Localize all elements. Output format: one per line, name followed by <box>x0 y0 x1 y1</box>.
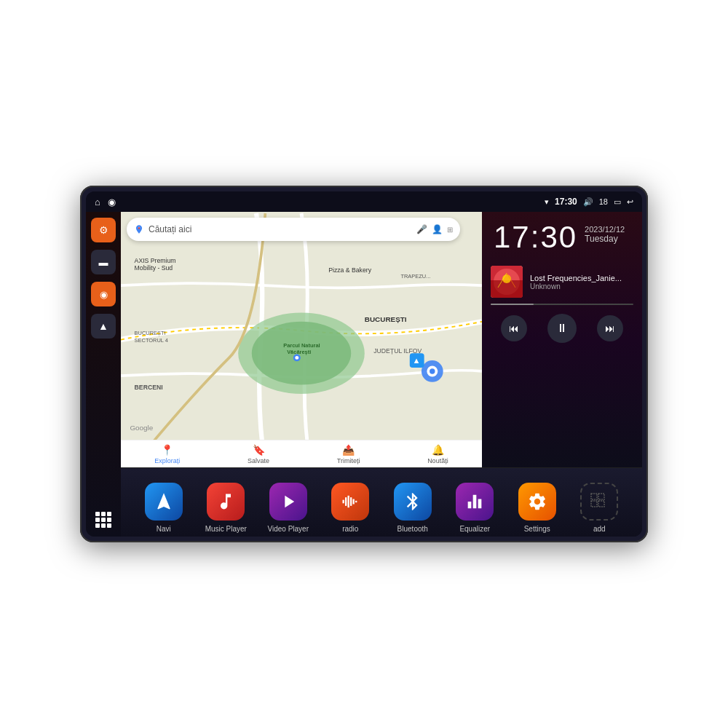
settings-icon: ⚙ <box>99 224 108 236</box>
map-nav-explore[interactable]: 📍 Explorați <box>154 444 180 464</box>
svg-rect-32 <box>350 497 352 506</box>
equalizer-icon <box>464 491 485 512</box>
map-svg: Parcul Natural Văcărești AXIS Premium Mo… <box>121 212 482 467</box>
svg-text:▲: ▲ <box>413 356 421 365</box>
center-area: Căutați aici 🎤 👤 ⊞ <box>121 212 642 537</box>
app-add[interactable]: add <box>574 483 625 533</box>
clock-day: Tuesday <box>585 234 625 244</box>
svg-rect-31 <box>348 496 349 507</box>
volume-icon: 🔊 <box>583 197 593 207</box>
grid-btn[interactable] <box>95 512 111 528</box>
svg-text:Văcărești: Văcărești <box>287 349 311 355</box>
battery-icon: ▭ <box>614 197 621 207</box>
send-label: Trimiteți <box>337 457 360 464</box>
device-outer: ⌂ ◉ ▾ 17:30 🔊 18 ▭ ↩ ⚙ ▬ <box>80 186 648 542</box>
home-icon[interactable]: ⌂ <box>95 197 100 207</box>
navi-icon-bg <box>145 483 183 521</box>
app-music-player[interactable]: Music Player <box>200 483 251 533</box>
main-content: ⚙ ▬ ◉ ▲ <box>86 212 642 537</box>
map-icon: ◉ <box>100 289 108 300</box>
map-panel[interactable]: Căutați aici 🎤 👤 ⊞ <box>121 212 482 467</box>
add-label: add <box>593 525 606 533</box>
music-icon <box>215 491 236 512</box>
music-player-label: Music Player <box>205 525 247 533</box>
svg-rect-36 <box>598 494 604 499</box>
radio-icon-bg <box>331 483 369 521</box>
pause-button[interactable]: ⏸ <box>547 314 577 343</box>
svg-text:Pizza & Bakery: Pizza & Bakery <box>328 266 371 274</box>
equalizer-label: Equalizer <box>459 525 490 533</box>
status-left: ⌂ ◉ <box>95 197 116 207</box>
app-navi[interactable]: Navi <box>138 483 189 533</box>
sidebar-navi-btn[interactable]: ▲ <box>91 314 116 339</box>
top-panels: Căutați aici 🎤 👤 ⊞ <box>121 212 642 467</box>
music-section: Lost Frequencies_Janie... Unknown ⏮ ⏸ ⏭ <box>482 260 642 467</box>
svg-rect-30 <box>345 497 347 506</box>
location-icon[interactable]: ◉ <box>108 197 116 207</box>
sidebar-settings-btn[interactable]: ⚙ <box>91 218 116 242</box>
map-search-bar[interactable]: Căutați aici 🎤 👤 ⊞ <box>127 218 460 241</box>
dot <box>107 518 111 522</box>
music-progress-bar[interactable] <box>491 304 633 305</box>
dot <box>107 512 111 516</box>
wifi-icon: ▾ <box>545 197 549 207</box>
app-equalizer[interactable]: Equalizer <box>449 483 500 533</box>
dot <box>107 523 111 528</box>
svg-point-7 <box>295 356 298 360</box>
svg-rect-33 <box>353 499 355 505</box>
svg-text:BERCENI: BERCENI <box>135 384 163 391</box>
profile-icon[interactable]: 👤 <box>432 224 443 234</box>
svg-text:TRAPEZU...: TRAPEZU... <box>400 273 430 280</box>
svg-text:Mobility - Sud: Mobility - Sud <box>135 264 173 272</box>
map-nav-saved[interactable]: 🔖 Salvate <box>248 444 269 464</box>
map-layers-icon[interactable]: ⊞ <box>447 226 453 234</box>
settings-icon-bg <box>518 483 556 521</box>
music-controls: ⏮ ⏸ ⏭ <box>491 311 633 346</box>
map-search-placeholder: Căutați aici <box>149 224 412 234</box>
sidebar-map-btn[interactable]: ◉ <box>91 282 116 306</box>
radio-icon <box>340 491 360 512</box>
svg-text:BUCUREȘTI: BUCUREȘTI <box>135 330 166 336</box>
map-nav-send[interactable]: 📤 Trimiteți <box>337 444 360 464</box>
status-bar: ⌂ ◉ ▾ 17:30 🔊 18 ▭ ↩ <box>86 191 642 212</box>
send-icon: 📤 <box>342 444 355 456</box>
dot <box>95 518 100 522</box>
album-art <box>491 266 523 298</box>
map-nav-news[interactable]: 🔔 Noutăți <box>427 444 448 464</box>
dot <box>101 518 106 522</box>
dot <box>95 523 100 528</box>
status-right: ▾ 17:30 🔊 18 ▭ ↩ <box>545 197 633 207</box>
app-video-player[interactable]: Video Player <box>263 483 314 533</box>
news-icon: 🔔 <box>432 444 444 456</box>
svg-rect-37 <box>591 501 597 507</box>
bluetooth-icon <box>403 491 423 512</box>
google-maps-icon <box>134 224 144 234</box>
sidebar: ⚙ ▬ ◉ ▲ <box>86 212 121 537</box>
grid-section <box>95 346 111 531</box>
settings-label: Settings <box>524 525 550 533</box>
saved-icon: 🔖 <box>253 444 265 456</box>
music-icon-bg <box>207 483 245 521</box>
navi-icon <box>154 491 174 512</box>
prev-button[interactable]: ⏮ <box>501 315 527 341</box>
svg-text:BUCUREȘTI: BUCUREȘTI <box>365 315 407 323</box>
battery-level: 18 <box>599 197 608 206</box>
album-art-svg <box>491 266 523 298</box>
clock-time: 17:30 <box>494 222 577 253</box>
mic-icon[interactable]: 🎤 <box>416 224 427 234</box>
svg-point-19 <box>430 368 435 373</box>
app-radio[interactable]: radio <box>325 483 376 533</box>
map-nav-bar: 📍 Explorați 🔖 Salvate 📤 Trimiteți <box>121 440 482 467</box>
video-icon <box>278 491 298 512</box>
svg-rect-29 <box>343 500 344 504</box>
back-icon[interactable]: ↩ <box>627 197 633 207</box>
svg-text:SECTORUL 4: SECTORUL 4 <box>135 337 168 344</box>
video-icon-bg <box>269 483 307 521</box>
next-button[interactable]: ⏭ <box>597 315 623 341</box>
app-settings[interactable]: Settings <box>512 483 563 533</box>
sidebar-folder-btn[interactable]: ▬ <box>91 250 116 274</box>
music-title: Lost Frequencies_Janie... <box>530 274 633 282</box>
music-artist: Unknown <box>530 282 633 290</box>
app-bluetooth[interactable]: Bluetooth <box>387 483 438 533</box>
navi-label: Navi <box>157 525 171 533</box>
